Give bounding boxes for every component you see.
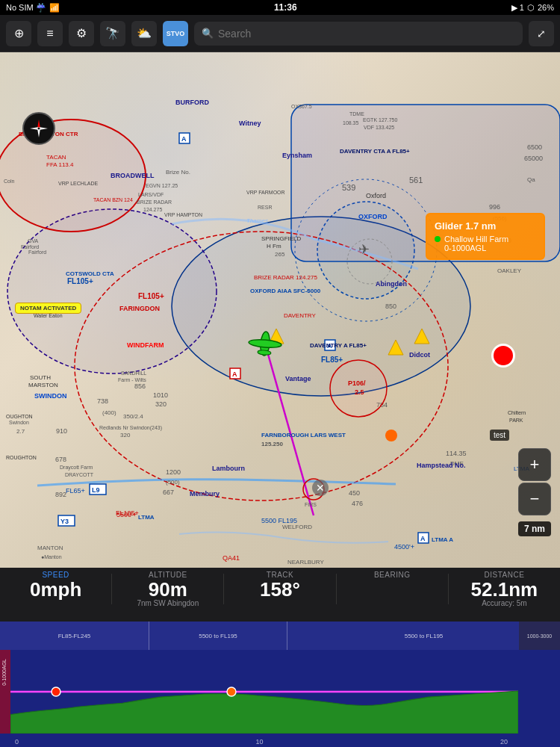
elevation-profile: FL85-FL245 5500 to FL195 5500 to FL195 1… (0, 622, 560, 747)
stvo-badge[interactable]: STVO (163, 21, 188, 46)
svg-text:6500: 6500 (527, 143, 542, 151)
svg-text:(400): (400) (102, 409, 116, 416)
cancel-marker[interactable]: ✕ (312, 480, 329, 496)
svg-text:Farm - Wilts: Farm - Wilts (118, 377, 146, 382)
fd-track-col: Track 158° (224, 571, 335, 607)
svg-point-3 (7, 209, 217, 374)
svg-text:Redlands Nr Swindon(243): Redlands Nr Swindon(243) (99, 425, 162, 431)
battery-label: 26% (538, 3, 554, 12)
svg-text:A: A (181, 135, 187, 143)
airspace-farnborough: FARNBOROUGH LARS WEST (261, 432, 346, 438)
menu-button[interactable]: ≡ (37, 21, 63, 46)
svg-text:VDF 133.425: VDF 133.425 (364, 125, 394, 130)
svg-marker-119 (37, 128, 40, 137)
svg-text:TACAN: TACAN (46, 154, 66, 161)
svg-marker-120 (30, 127, 39, 130)
svg-text:WINDFARM: WINDFARM (127, 341, 164, 349)
svg-text:667: 667 (163, 489, 174, 496)
svg-point-124 (258, 350, 271, 356)
notam-banner: NOTAM ACTIVATED (15, 303, 81, 314)
popup-farm-row: Challow Hill Farm (435, 235, 536, 244)
airspace-ltma: LTMA (138, 514, 155, 521)
svg-text:LARS/VDF: LARS/VDF (138, 192, 164, 197)
svg-text:FL105+: FL105+ (138, 292, 164, 300)
svg-text:Brize No.: Brize No. (166, 169, 190, 176)
fd-bearing-label: Bearing (374, 571, 411, 579)
svg-text:FIRS: FIRS (305, 502, 317, 507)
x-axis: 0 10 20 (15, 738, 508, 746)
svg-text:Fairford: Fairford (21, 244, 39, 249)
map-area[interactable]: WINDFARM A A A A L9 Y3 TACAN FFA 113.4 T… (0, 52, 560, 568)
popup-farm: Challow Hill Farm (444, 235, 508, 244)
svg-text:892: 892 (55, 491, 66, 498)
svg-point-123 (249, 338, 282, 349)
fd-speed-col: Speed 0mph (0, 571, 111, 607)
airspace-cotswold: COTSWOLD CTA (66, 270, 114, 277)
svg-text:P106/: P106/ (348, 379, 366, 387)
svg-text:WELFORD: WELFORD (282, 524, 312, 530)
fd-altitude-sub: 7nm SW Abingdon (137, 599, 199, 607)
svg-point-140 (52, 687, 60, 696)
svg-text:108.35: 108.35 (343, 120, 359, 125)
status-left: No SIM ☔ 📶 (6, 3, 60, 13)
svg-text:850: 850 (385, 303, 396, 310)
fd-header: Speed 0mph Altitude 90m 7nm SW Abingdon … (0, 568, 560, 609)
status-bar: No SIM ☔ 📶 11:36 ▶ 1 ⬡ 26% (0, 0, 560, 15)
record-button[interactable] (491, 344, 515, 368)
compass-tool-button[interactable]: ⊕ (6, 21, 31, 46)
search-container: 🔍 (194, 22, 523, 46)
svg-text:H    Fm: H Fm (267, 243, 281, 249)
compass-rose[interactable] (22, 112, 55, 145)
flight-data-bar: Speed 0mph Altitude 90m 7nm SW Abingdon … (0, 568, 560, 622)
fd-distance-col: Distance 52.1nm Accuracy: 5m (449, 571, 560, 607)
svg-text:Draycott Farm: Draycott Farm (60, 465, 93, 471)
svg-text:SANDHILL: SANDHILL (121, 371, 146, 376)
x-label-20: 20 (500, 738, 508, 746)
svg-text:1010: 1010 (153, 391, 168, 399)
fd-altitude-value: 90m (149, 580, 187, 599)
settings-button[interactable]: ⚙ (69, 21, 94, 46)
airspace-daventry-top: DAVENTRY CTA A FL85+ (340, 148, 410, 155)
svg-text:114.35: 114.35 (446, 450, 467, 457)
x-label-0: 0 (15, 738, 19, 746)
fd-bearing-col: Bearing (337, 571, 448, 607)
svg-text:VRP FARMOOR: VRP FARMOOR (246, 190, 285, 195)
svg-text:DME: DME (450, 460, 464, 467)
svg-text:450: 450 (349, 489, 360, 497)
search-input[interactable] (218, 28, 515, 40)
popup-alt: 0-1000AGL (444, 244, 486, 252)
svg-text:●Manton: ●Manton (41, 554, 62, 560)
toolbar: ⊕ ≡ ⚙ 🔭 ⛅ STVO 🔍 ⤢ (0, 15, 560, 52)
svg-text:PARK: PARK (509, 418, 523, 423)
svg-text:Water Eaton: Water Eaton (34, 313, 63, 318)
svg-text:GVA: GVA (28, 238, 39, 244)
svg-text:2.5: 2.5 (355, 388, 364, 396)
svg-text:EGTK 127.750: EGTK 127.750 (363, 117, 397, 123)
svg-text:Qa: Qa (527, 176, 535, 183)
svg-text:Chiltern: Chiltern (508, 410, 526, 415)
svg-text:BRIZE RADAR: BRIZE RADAR (137, 199, 172, 205)
search-icon: 🔍 (202, 28, 214, 39)
fullscreen-button[interactable]: ⤢ (529, 21, 554, 46)
filter-button[interactable]: 🔭 (100, 21, 125, 46)
fd-track-value: 158° (260, 580, 300, 599)
svg-text:A: A (420, 535, 426, 542)
svg-text:VRP HAMPTON: VRP HAMPTON (164, 212, 202, 217)
airspace-oxford: OXFORD AIAA SFC-5000 (250, 288, 320, 294)
svg-text:539: 539 (342, 183, 355, 192)
svg-text:DRAYCOTT: DRAYCOTT (65, 472, 94, 477)
svg-text:L9: L9 (92, 486, 100, 494)
nm-badge: 7 nm (518, 521, 551, 536)
svg-text:VRP LECHLADE: VRP LECHLADE (58, 181, 99, 186)
weather-tool-button[interactable]: ⛅ (131, 21, 157, 46)
test-label: test (490, 430, 509, 441)
svg-marker-121 (39, 127, 48, 130)
svg-text:OX367.5: OX367.5 (291, 104, 312, 109)
svg-text:TDME: TDME (349, 111, 364, 117)
airspace-ltma-a: LTMA A (432, 536, 453, 543)
svg-text:RESR: RESR (258, 205, 272, 210)
location-icon: ▶ 1 (511, 3, 524, 13)
zoom-out-button[interactable]: − (518, 483, 551, 515)
popup-alt-row: 0-1000AGL (444, 244, 536, 252)
zoom-in-button[interactable]: + (518, 448, 551, 481)
